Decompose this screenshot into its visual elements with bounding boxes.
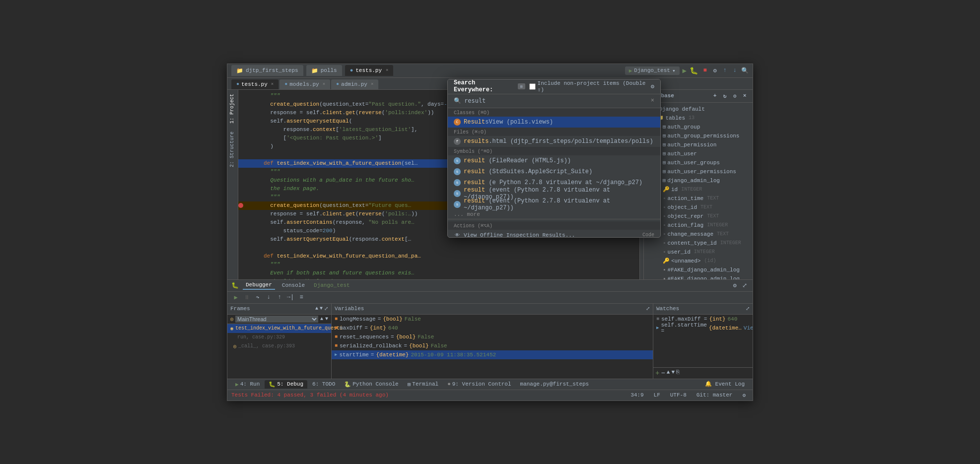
search-checkbox[interactable]: Include non-project items (Double ⇧) [529, 80, 647, 93]
db-fake-node2[interactable]: ▪ #FAKE_django_admin_log. [646, 274, 751, 279]
move-down-icon[interactable]: ▼ [671, 369, 675, 377]
db-field-object-repr[interactable]: ▪ object_repr TEXT [646, 212, 751, 221]
tests-py-tab[interactable]: ● tests.py × [345, 65, 394, 76]
nonproject-checkbox[interactable] [529, 83, 536, 90]
var-max-diff[interactable]: ■ maxDiff = {int} 640 [332, 324, 653, 332]
frame-item-active[interactable]: ◉ test_index_view_with_a_future_questi [227, 324, 331, 333]
line-ending[interactable]: LF [651, 392, 663, 398]
tab-debugger[interactable]: Debugger [243, 281, 275, 290]
search-clear-icon[interactable]: × [651, 97, 654, 104]
var-maximize-icon[interactable]: ⤢ [646, 306, 650, 312]
step-into-button[interactable]: ↓ [264, 293, 273, 302]
db-table-auth-group-perms[interactable]: ▶ ⊞ auth_group_permissions [646, 132, 751, 140]
run-to-cursor-button[interactable]: →| [286, 293, 295, 302]
polls-tab[interactable]: 📁 polls [306, 65, 342, 76]
copy-watch-icon[interactable]: ⎘ [676, 369, 680, 377]
tool-tab-terminal[interactable]: ⊞ Terminal [404, 380, 442, 389]
remove-watch-icon[interactable]: − [661, 369, 665, 377]
thread-down-icon[interactable]: ▼ [325, 316, 328, 322]
frame-item-call[interactable]: ◎ _call_, case.py:393 [227, 342, 331, 351]
search-settings-icon[interactable]: ⚙ [651, 83, 654, 90]
frame-item-run[interactable]: run, case.py:329 [227, 333, 331, 342]
result-item-resultsview[interactable]: C ResultsView (polls.views) [448, 117, 660, 128]
frames-down-icon[interactable]: ▼ [320, 306, 323, 312]
var-serialized-rollback[interactable]: ■ serialized_rollback = {bool} False [332, 341, 653, 350]
debug-button[interactable]: 🐛 [690, 66, 698, 75]
sidebar-item-project[interactable]: 1: Project [227, 90, 238, 128]
db-table-auth-user[interactable]: ▶ ⊞ auth_user [646, 149, 751, 158]
db-field-content-type-id[interactable]: ▪ content_type_id INTEGER [646, 239, 751, 248]
event-log-tab[interactable]: 🔔 Event Log [701, 381, 749, 388]
db-settings-icon[interactable]: ⚙ [731, 92, 739, 100]
db-field-action-time[interactable]: ▪ action_time TEXT [646, 194, 751, 203]
db-connection-node[interactable]: ▼ 🗄 Django default [646, 105, 751, 114]
db-field-id[interactable]: 🔑 id INTEGER [646, 185, 751, 194]
tab-close-models[interactable]: × [323, 82, 325, 87]
db-fake-node1[interactable]: ▪ #FAKE_django_admin_log [646, 265, 751, 274]
pause-button[interactable]: ⏸ [242, 293, 251, 302]
search-input[interactable] [464, 97, 648, 104]
stop-icon[interactable]: ■ [701, 66, 709, 74]
tab-close-icon[interactable]: × [386, 68, 388, 73]
db-refresh-icon[interactable]: ↻ [721, 92, 729, 100]
var-long-message[interactable]: ■ longMessage = {bool} False [332, 315, 653, 324]
thread-dropdown[interactable]: MainThread [235, 316, 318, 323]
result-item-sym1[interactable]: s result (FileReader (HTML5.js)) [448, 155, 660, 166]
tab-close-tests[interactable]: × [271, 82, 274, 87]
tab-console[interactable]: Console [279, 281, 308, 289]
status-settings-icon[interactable]: ⚙ [739, 392, 749, 398]
tool-tab-manage[interactable]: manage.py@first_steps [516, 380, 593, 388]
frames-up-icon[interactable]: ▲ [315, 306, 318, 312]
db-unnamed-node[interactable]: 🔑 <unnamed> (id) [646, 257, 751, 265]
vcs-down-icon[interactable]: ↓ [731, 66, 739, 74]
project-tab[interactable]: 📁 djtp_first_steps [231, 65, 303, 76]
db-field-action-flag[interactable]: ▪ action_flag INTEGER [646, 221, 751, 230]
editor-tab-admin[interactable]: ● admin.py × [331, 79, 378, 89]
encoding[interactable]: UTF-8 [667, 392, 690, 398]
tool-tab-vcs[interactable]: ● 9: Version Control [443, 380, 515, 388]
settings-icon[interactable]: ⚙ [711, 66, 719, 74]
run-configuration[interactable]: ▶ Django_test ▾ [625, 66, 680, 75]
editor-tab-tests[interactable]: ● tests.py × [231, 79, 279, 89]
debug-maximize-icon[interactable]: ⤢ [741, 281, 749, 289]
move-up-icon[interactable]: ▲ [667, 369, 670, 377]
db-tables-node[interactable]: ▼ 📁 tables 13 [646, 114, 751, 123]
tool-tab-debug[interactable]: 🐛 5: Debug [265, 380, 307, 389]
frames-maximize-icon[interactable]: ⤢ [324, 306, 328, 312]
search-everywhere-icon[interactable]: 🔍 [741, 66, 749, 74]
tool-tab-python-console[interactable]: 🐍 Python Console [340, 380, 402, 389]
step-over-button[interactable]: ↷ [253, 293, 262, 302]
sidebar-item-structure[interactable]: 2: Structure [227, 128, 238, 171]
thread-up-icon[interactable]: ▲ [320, 316, 323, 322]
debug-settings-icon[interactable]: ⚙ [731, 281, 739, 289]
db-field-change-message[interactable]: ▪ change_message TEXT [646, 230, 751, 239]
evaluate-button[interactable]: ≡ [297, 293, 306, 302]
add-watch-icon[interactable]: + [655, 369, 659, 377]
action-view-offline[interactable]: 👁 View Offline Inspection Results... Cod… [448, 230, 660, 237]
db-table-auth-permission[interactable]: ▶ ⊞ auth_permission [646, 140, 751, 149]
step-out-button[interactable]: ↑ [275, 293, 284, 302]
var-reset-sequences[interactable]: ■ reset_sequences = {bool} False [332, 332, 653, 341]
db-field-user-id[interactable]: ▪ user_id INTEGER [646, 248, 751, 257]
thread-selector[interactable]: ◎ MainThread ▲ ▼ [227, 315, 331, 324]
run-button[interactable]: ▶ [683, 66, 687, 75]
resume-button[interactable]: ▶ [231, 293, 240, 302]
watch-start-time[interactable]: ▶ self.startTime = {datetime… View [653, 324, 753, 332]
var-expand-icon[interactable]: ▶ [335, 352, 337, 357]
db-field-object-id[interactable]: ▪ object_id TEXT [646, 203, 751, 212]
db-table-django-admin-log[interactable]: ▼ ⊞ django_admin_log [646, 176, 751, 185]
editor-tab-models[interactable]: ● models.py × [280, 79, 330, 89]
tab-close-admin[interactable]: × [371, 82, 373, 87]
watch-expand-icon[interactable]: ▶ [656, 325, 659, 331]
cursor-position[interactable]: 34:9 [628, 392, 646, 398]
result-item-results-html[interactable]: f results.html (djtp_first_steps/polls/t… [448, 136, 660, 147]
vcs-branch[interactable]: Git: master [694, 392, 736, 398]
db-table-auth-user-perms[interactable]: ▶ ⊞ auth_user_permissions [646, 167, 751, 176]
result-item-sym2[interactable]: s result (StdSuites.AppleScript_Suite) [448, 166, 660, 177]
result-item-sym5[interactable]: s result (event (Python 2.7.8 virtualenv… [448, 199, 660, 210]
db-table-auth-group[interactable]: ▶ ⊞ auth_group [646, 123, 751, 132]
db-table-auth-user-groups[interactable]: ▶ ⊞ auth_user_groups [646, 158, 751, 167]
tool-tab-run[interactable]: ▶ 4: Run [231, 380, 264, 389]
tool-tab-todo[interactable]: 6: TODO [308, 380, 339, 388]
db-close-icon[interactable]: × [741, 92, 749, 100]
